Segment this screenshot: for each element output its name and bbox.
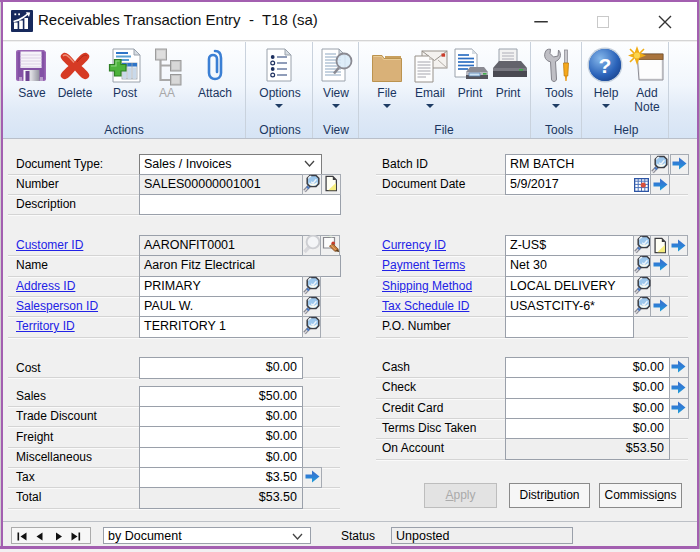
svg-text:?: ? [599, 54, 612, 77]
